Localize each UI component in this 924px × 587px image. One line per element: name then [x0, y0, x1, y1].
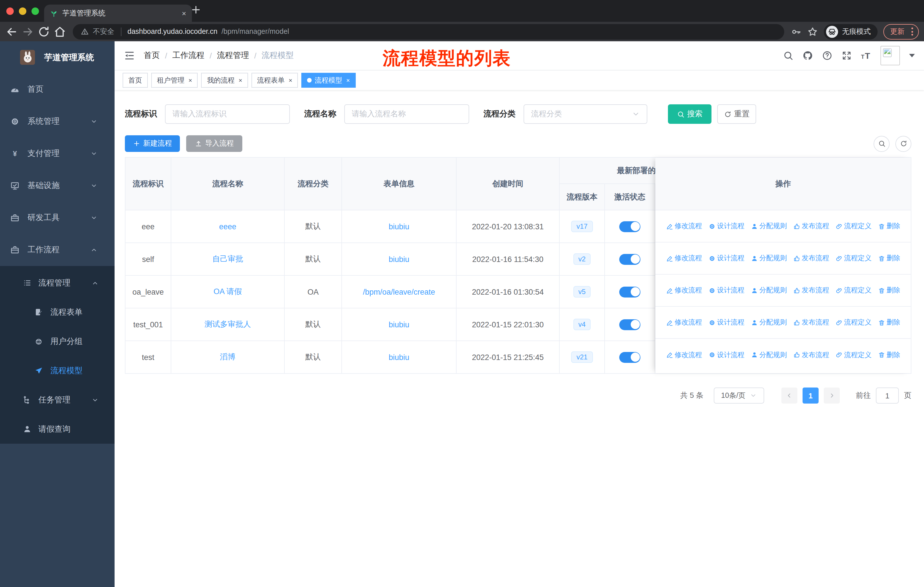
- action-definition-button[interactable]: 流程定义: [835, 350, 871, 360]
- action-definition-button[interactable]: 流程定义: [835, 221, 871, 231]
- home-icon[interactable]: [53, 25, 66, 38]
- sidebar-item-leave-query[interactable]: 请假查询: [0, 415, 115, 444]
- sidebar-item-system[interactable]: 系统管理: [0, 106, 115, 137]
- sidebar-item-home[interactable]: 首页: [0, 73, 115, 106]
- process-name-link[interactable]: 测试多审批人: [205, 319, 251, 330]
- action-definition-button[interactable]: 流程定义: [835, 286, 871, 295]
- show-search-toggle-button[interactable]: [874, 136, 889, 152]
- tab-my-process[interactable]: 我的流程×: [201, 73, 248, 88]
- github-icon[interactable]: [803, 50, 813, 61]
- action-modify-button[interactable]: 修改流程: [666, 221, 702, 231]
- key-icon[interactable]: [790, 26, 802, 37]
- sidebar-item-infrastructure[interactable]: 基础设施: [0, 170, 115, 202]
- close-icon[interactable]: ×: [238, 77, 242, 83]
- action-delete-button[interactable]: 删除: [878, 253, 900, 263]
- sidebar-item-process-model[interactable]: 流程模型: [0, 356, 115, 385]
- update-browser-button[interactable]: 更新: [883, 24, 919, 39]
- back-icon[interactable]: [5, 25, 18, 38]
- action-publish-button[interactable]: 发布流程: [793, 221, 829, 231]
- version-badge[interactable]: v21: [571, 351, 593, 363]
- sidebar-item-task-mgmt[interactable]: 任务管理: [0, 385, 115, 415]
- action-publish-button[interactable]: 发布流程: [793, 350, 829, 360]
- reset-button[interactable]: 重置: [717, 104, 756, 124]
- process-name-link[interactable]: 滔博: [220, 352, 236, 362]
- sidebar-item-devtools[interactable]: 研发工具: [0, 202, 115, 234]
- page-size-select[interactable]: 10条/页: [714, 387, 764, 403]
- close-icon[interactable]: ×: [287, 77, 292, 83]
- action-publish-button[interactable]: 发布流程: [793, 253, 829, 263]
- sidebar-item-workflow[interactable]: 工作流程: [0, 234, 115, 266]
- active-toggle[interactable]: [619, 254, 640, 265]
- browser-menu-icon[interactable]: [909, 28, 916, 36]
- form-info-link[interactable]: /bpm/oa/leave/create: [363, 288, 435, 296]
- form-info-link[interactable]: biubiu: [389, 320, 409, 329]
- action-delete-button[interactable]: 删除: [878, 317, 900, 327]
- search-icon[interactable]: [783, 50, 794, 61]
- action-design-button[interactable]: 设计流程: [708, 350, 744, 360]
- close-icon[interactable]: ×: [345, 77, 350, 83]
- zoom-window-button[interactable]: [31, 7, 39, 15]
- action-design-button[interactable]: 设计流程: [708, 286, 744, 295]
- sidebar-item-user-group[interactable]: 用户分组: [0, 327, 115, 356]
- action-modify-button[interactable]: 修改流程: [666, 253, 702, 263]
- version-badge[interactable]: v17: [571, 221, 593, 232]
- action-delete-button[interactable]: 删除: [878, 286, 900, 295]
- version-badge[interactable]: v5: [573, 286, 591, 298]
- collapse-sidebar-icon[interactable]: [124, 50, 135, 61]
- active-toggle[interactable]: [619, 221, 640, 232]
- action-assign-rule-button[interactable]: 分配规则: [751, 317, 787, 327]
- action-design-button[interactable]: 设计流程: [708, 317, 744, 327]
- search-button[interactable]: 搜索: [668, 104, 711, 124]
- tab-process-form[interactable]: 流程表单×: [251, 73, 298, 88]
- next-page-button[interactable]: [824, 387, 840, 403]
- tab-home[interactable]: 首页: [122, 73, 148, 88]
- action-assign-rule-button[interactable]: 分配规则: [751, 221, 787, 231]
- action-assign-rule-button[interactable]: 分配规则: [751, 350, 787, 360]
- sidebar-item-process-mgmt[interactable]: 流程管理: [0, 268, 115, 298]
- goto-page-input[interactable]: 1: [876, 387, 899, 403]
- chevron-down-icon[interactable]: [909, 54, 915, 57]
- action-design-button[interactable]: 设计流程: [708, 253, 744, 263]
- breadcrumb-item[interactable]: 首页: [144, 50, 160, 61]
- tab-close-icon[interactable]: ×: [182, 9, 186, 18]
- action-delete-button[interactable]: 删除: [878, 350, 900, 360]
- breadcrumb-item[interactable]: 工作流程: [172, 50, 205, 61]
- sidebar-item-payment[interactable]: ¥支付管理: [0, 137, 115, 170]
- fullscreen-icon[interactable]: [842, 50, 852, 61]
- tab-tenant-mgmt[interactable]: 租户管理×: [151, 73, 198, 88]
- version-badge[interactable]: v2: [573, 253, 591, 265]
- import-process-button[interactable]: 导入流程: [186, 135, 242, 152]
- current-page-button[interactable]: 1: [803, 387, 818, 403]
- new-tab-button[interactable]: [190, 4, 201, 15]
- help-icon[interactable]: [822, 50, 832, 61]
- action-modify-button[interactable]: 修改流程: [666, 286, 702, 295]
- process-name-link[interactable]: OA 请假: [213, 287, 242, 297]
- action-modify-button[interactable]: 修改流程: [666, 317, 702, 327]
- action-design-button[interactable]: 设计流程: [708, 221, 744, 231]
- bookmark-star-icon[interactable]: [807, 26, 818, 37]
- action-publish-button[interactable]: 发布流程: [793, 286, 829, 295]
- action-assign-rule-button[interactable]: 分配规则: [751, 253, 787, 263]
- breadcrumb-item[interactable]: 流程管理: [217, 50, 249, 61]
- active-toggle[interactable]: [619, 352, 640, 362]
- avatar[interactable]: [881, 46, 900, 65]
- action-assign-rule-button[interactable]: 分配规则: [751, 286, 787, 295]
- form-info-link[interactable]: biubiu: [389, 353, 409, 361]
- form-info-link[interactable]: biubiu: [389, 222, 409, 231]
- process-name-input[interactable]: 请输入流程名称: [344, 104, 469, 124]
- version-badge[interactable]: v4: [573, 319, 591, 330]
- url-bar[interactable]: 不安全 dashboard.yudao.iocoder.cn/bpm/manag…: [73, 24, 784, 39]
- form-info-link[interactable]: biubiu: [389, 255, 409, 263]
- action-publish-button[interactable]: 发布流程: [793, 317, 829, 327]
- create-process-button[interactable]: 新建流程: [125, 135, 180, 152]
- process-name-link[interactable]: 自己审批: [212, 254, 243, 264]
- close-window-button[interactable]: [6, 7, 14, 15]
- process-category-select[interactable]: 流程分类: [523, 104, 647, 124]
- browser-tab[interactable]: 芋道管理系统 ×: [44, 5, 192, 22]
- tab-process-model[interactable]: 流程模型×: [302, 73, 356, 88]
- process-id-input[interactable]: 请输入流程标识: [165, 104, 290, 124]
- prev-page-button[interactable]: [781, 387, 797, 403]
- active-toggle[interactable]: [619, 319, 640, 330]
- refresh-table-button[interactable]: [895, 136, 911, 152]
- minimize-window-button[interactable]: [19, 7, 26, 15]
